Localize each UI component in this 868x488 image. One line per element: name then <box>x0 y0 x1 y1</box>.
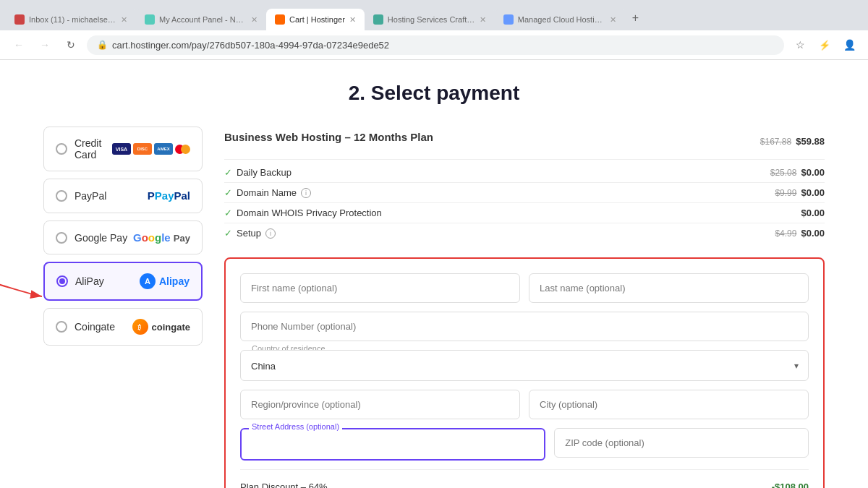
discount-row: Plan Discount – 64% -$108.00 <box>240 476 809 488</box>
payment-option-paypal[interactable]: PayPal PPayPal <box>43 179 203 213</box>
discover-logo: DISC <box>133 143 152 155</box>
zip-input[interactable] <box>554 428 809 458</box>
phone-input[interactable] <box>240 312 809 341</box>
tab-title: Inbox (11) - michaelseostudi... <box>29 15 116 24</box>
city-input[interactable] <box>529 390 809 419</box>
page-content: 2. Select payment Credit Card <box>0 60 868 488</box>
arrow-annotation <box>0 271 51 314</box>
browser-actions: ☆ ⚡ 👤 <box>790 35 859 55</box>
page-title: 2. Select payment <box>43 82 825 105</box>
discount-amount: -$108.00 <box>772 481 809 488</box>
country-select[interactable]: China United States United Kingdom <box>240 350 809 381</box>
payment-label-alipay: AliPay <box>75 275 104 287</box>
order-item-setup: ✓ Setup i $4.99 $0.00 <box>224 223 825 243</box>
paypal-logo: PPayPal <box>148 189 190 202</box>
payment-methods-list: Credit Card VISA DISC AMEX PayPal PPayPa… <box>43 127 203 488</box>
refresh-button[interactable]: ↻ <box>61 35 81 55</box>
item-old-price-domain-name: $9.99 <box>775 188 796 198</box>
gpay-logo: Google Pay <box>133 231 190 244</box>
order-header: Business Web Hosting – 12 Months Plan $1… <box>224 127 825 160</box>
item-name-domain-name: Domain Name <box>237 187 297 198</box>
street-address-group: Street Address (optional) <box>240 428 545 461</box>
radio-google-pay <box>56 232 67 244</box>
billing-form: Country of residence China United States… <box>224 257 825 488</box>
tab-close[interactable]: ✕ <box>349 15 356 25</box>
last-name-group <box>529 273 809 303</box>
tab-hostinger-cart[interactable]: Cart | Hostinger ✕ <box>266 9 365 30</box>
payment-option-credit-card[interactable]: Credit Card VISA DISC AMEX <box>43 127 203 171</box>
profile-button[interactable]: 👤 <box>839 35 859 55</box>
tab-title: Hosting Services Crafted wi... <box>388 15 475 24</box>
tab-inbox[interactable]: Inbox (11) - michaelseostudi... ✕ <box>6 9 136 30</box>
check-icon-whois: ✓ <box>224 207 232 218</box>
tab-title: Managed Cloud Hosting Plat... <box>518 15 605 24</box>
tab-favicon <box>14 14 25 25</box>
info-icon-setup[interactable]: i <box>265 228 276 239</box>
tab-favicon <box>503 14 514 25</box>
payment-option-left: Coingate <box>56 321 115 333</box>
tab-close[interactable]: ✕ <box>251 15 258 25</box>
plan-price: $167.88 $59.88 <box>760 136 825 147</box>
tab-close[interactable]: ✕ <box>121 15 127 25</box>
check-icon-setup: ✓ <box>224 228 232 239</box>
tab-favicon <box>145 14 155 25</box>
item-new-price-domain-name: $0.00 <box>801 187 825 198</box>
item-new-price-whois: $0.00 <box>801 207 825 218</box>
item-name-daily-backup: Daily Backup <box>237 167 292 178</box>
item-new-price-setup: $0.00 <box>801 228 825 239</box>
region-group <box>240 390 520 419</box>
new-tab-button[interactable]: + <box>625 6 646 30</box>
discount-label: Plan Discount – 64% <box>240 481 328 488</box>
tab-close[interactable]: ✕ <box>480 15 486 25</box>
region-input[interactable] <box>240 390 520 419</box>
item-name-whois: Domain WHOIS Privacy Protection <box>237 207 382 218</box>
country-group: Country of residence China United States… <box>240 350 809 381</box>
visa-logo: VISA <box>112 143 131 155</box>
phone-group <box>240 312 809 341</box>
plan-new-price: $59.88 <box>796 136 825 147</box>
item-name-setup: Setup <box>237 228 261 239</box>
plan-title: Business Web Hosting – 12 Months Plan <box>224 131 433 143</box>
mastercard-logo <box>175 145 190 154</box>
order-item-daily-backup: ✓ Daily Backup $25.08 $0.00 <box>224 163 825 183</box>
tab-managed-cloud[interactable]: Managed Cloud Hosting Plat... ✕ <box>495 9 625 30</box>
radio-alipay <box>56 275 68 287</box>
last-name-input[interactable] <box>529 273 809 303</box>
payment-label-paypal: PayPal <box>75 190 106 202</box>
payment-option-coingate[interactable]: Coingate ₿ coingate <box>43 308 203 346</box>
back-button[interactable]: ← <box>9 35 29 55</box>
address-bar[interactable]: 🔒 cart.hostinger.com/pay/276db507-180a-4… <box>87 35 784 55</box>
payment-option-alipay[interactable]: AliPay A Alipay <box>43 262 203 301</box>
payment-label-google-pay: Google Pay <box>75 232 127 244</box>
extensions-button[interactable]: ⚡ <box>814 35 835 55</box>
tab-close[interactable]: ✕ <box>610 15 616 25</box>
item-old-price-daily-backup: $25.08 <box>770 168 797 178</box>
payment-option-left: Google Pay <box>56 232 127 244</box>
amex-logo: AMEX <box>154 143 173 155</box>
payment-option-google-pay[interactable]: Google Pay Google Pay <box>43 221 203 254</box>
coingate-logo: ₿ coingate <box>132 319 190 335</box>
alipay-logo: A Alipay <box>140 273 190 289</box>
browser-window: Inbox (11) - michaelseostudi... ✕ My Acc… <box>0 0 868 60</box>
forward-button[interactable]: → <box>35 35 55 55</box>
street-address-input[interactable] <box>240 428 545 461</box>
first-name-input[interactable] <box>240 273 520 303</box>
bookmark-button[interactable]: ☆ <box>790 35 810 55</box>
payment-option-left: PayPal <box>56 190 106 202</box>
tab-namecheap[interactable]: My Account Panel - Namech... ✕ <box>136 9 266 30</box>
tab-title: Cart | Hostinger <box>289 15 345 24</box>
radio-credit-card <box>56 143 67 155</box>
card-logos: VISA DISC AMEX <box>112 143 190 155</box>
item-old-price-setup: $4.99 <box>775 228 796 239</box>
payment-label-coingate: Coingate <box>75 321 115 333</box>
info-icon-domain-name[interactable]: i <box>301 188 311 198</box>
payment-option-left: AliPay <box>56 275 104 287</box>
tab-hosting-services[interactable]: Hosting Services Crafted wi... ✕ <box>365 9 495 30</box>
payment-option-left: Credit Card <box>56 137 112 160</box>
lock-icon: 🔒 <box>97 40 108 50</box>
browser-tabs-bar: Inbox (11) - michaelseostudi... ✕ My Acc… <box>0 0 868 30</box>
plan-old-price: $167.88 <box>760 137 791 147</box>
zip-group <box>554 428 809 461</box>
tab-favicon <box>373 14 383 25</box>
address-text: cart.hostinger.com/pay/276db507-180a-499… <box>112 40 389 51</box>
